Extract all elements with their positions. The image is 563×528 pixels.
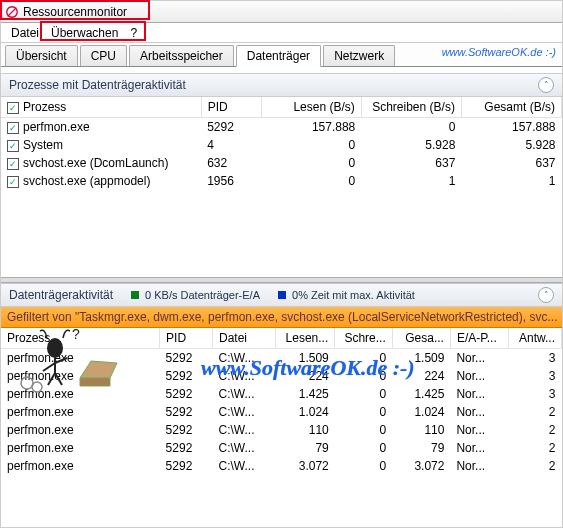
- blue-square-icon: [278, 291, 286, 299]
- col-write[interactable]: Schre...: [335, 328, 392, 349]
- table-row[interactable]: ✓System405.9285.928: [1, 136, 562, 154]
- table-row[interactable]: perfmon.exe5292C:\W...1100110Nor...2: [1, 421, 562, 439]
- panel2-header[interactable]: Datenträgeraktivität 0 KB/s Datenträger-…: [1, 283, 562, 307]
- col-write[interactable]: Schreiben (B/s): [361, 97, 461, 118]
- table-row[interactable]: ✓svchost.exe (DcomLaunch)6320637637: [1, 154, 562, 172]
- col-total[interactable]: Gesamt (B/s): [461, 97, 561, 118]
- panel1-header[interactable]: Prozesse mit Datenträgeraktivität ˄: [1, 73, 562, 97]
- tabstrip: Übersicht CPU Arbeitsspeicher Datenträge…: [1, 43, 562, 67]
- app-icon: [5, 5, 19, 19]
- stat-activity: 0% Zeit mit max. Aktivität: [278, 289, 415, 301]
- col-total[interactable]: Gesa...: [392, 328, 450, 349]
- tab-memory[interactable]: Arbeitsspeicher: [129, 45, 234, 66]
- col-read[interactable]: Lesen (B/s): [261, 97, 361, 118]
- table-row[interactable]: perfmon.exe5292C:\W...1.42501.425Nor...3: [1, 385, 562, 403]
- menu-help[interactable]: ?: [124, 24, 143, 42]
- menu-file[interactable]: Datei: [5, 24, 45, 42]
- filter-bar[interactable]: Gefiltert von "Taskmgr.exe, dwm.exe, per…: [1, 307, 562, 328]
- checkbox-icon[interactable]: ✓: [7, 140, 19, 152]
- titlebar: Ressourcenmonitor: [1, 1, 562, 23]
- col-priority[interactable]: E/A-P...: [450, 328, 508, 349]
- chevron-up-icon[interactable]: ˄: [538, 287, 554, 303]
- table-row[interactable]: perfmon.exe5292C:\W...1.02401.024Nor...2: [1, 403, 562, 421]
- table-row[interactable]: perfmon.exe5292C:\W...79079Nor...2: [1, 439, 562, 457]
- tab-disk[interactable]: Datenträger: [236, 45, 321, 67]
- col-pid[interactable]: PID: [160, 328, 213, 349]
- activity-table: Prozess PID Datei Lesen... Schre... Gesa…: [1, 328, 562, 478]
- process-table: ✓Prozess PID Lesen (B/s) Schreiben (B/s)…: [1, 97, 562, 190]
- checkbox-icon[interactable]: ✓: [7, 176, 19, 188]
- col-process[interactable]: Prozess: [1, 328, 160, 349]
- menu-monitor[interactable]: Überwachen: [45, 24, 124, 42]
- checkbox-icon[interactable]: ✓: [7, 102, 19, 114]
- table-row[interactable]: ✓perfmon.exe5292157.8880157.888: [1, 118, 562, 137]
- col-process[interactable]: ✓Prozess: [1, 97, 201, 118]
- table-row[interactable]: perfmon.exe5292C:\W...2240224Nor...3: [1, 367, 562, 385]
- stat-io: 0 KB/s Datenträger-E/A: [131, 289, 260, 301]
- tab-network[interactable]: Netzwerk: [323, 45, 395, 66]
- panel2-title: Datenträgeraktivität: [9, 288, 113, 302]
- panel1-body: ✓Prozess PID Lesen (B/s) Schreiben (B/s)…: [1, 97, 562, 277]
- window-title: Ressourcenmonitor: [23, 5, 127, 19]
- panel1-title: Prozesse mit Datenträgeraktivität: [9, 78, 186, 92]
- col-file[interactable]: Datei: [212, 328, 275, 349]
- checkbox-icon[interactable]: ✓: [7, 122, 19, 134]
- chevron-up-icon[interactable]: ˄: [538, 77, 554, 93]
- watermark-small: www.SoftwareOK.de :-): [442, 46, 556, 58]
- svg-line-1: [8, 7, 17, 16]
- menubar: Datei Überwachen ?: [1, 23, 562, 43]
- col-pid[interactable]: PID: [201, 97, 261, 118]
- green-square-icon: [131, 291, 139, 299]
- table-row[interactable]: ✓svchost.exe (appmodel)1956011: [1, 172, 562, 190]
- table-row[interactable]: perfmon.exe5292C:\W...3.07203.072Nor...2: [1, 457, 562, 475]
- panel2-body: Prozess PID Datei Lesen... Schre... Gesa…: [1, 328, 562, 478]
- checkbox-icon[interactable]: ✓: [7, 158, 19, 170]
- table-row[interactable]: perfmon.exe5292C:\W...1.50901.509Nor...3: [1, 349, 562, 368]
- table-row[interactable]: perfmon.exe5292C:\W...8960896Nor...2: [1, 475, 562, 478]
- tab-cpu[interactable]: CPU: [80, 45, 127, 66]
- tab-overview[interactable]: Übersicht: [5, 45, 78, 66]
- col-response[interactable]: Antw...: [509, 328, 562, 349]
- col-read[interactable]: Lesen...: [276, 328, 335, 349]
